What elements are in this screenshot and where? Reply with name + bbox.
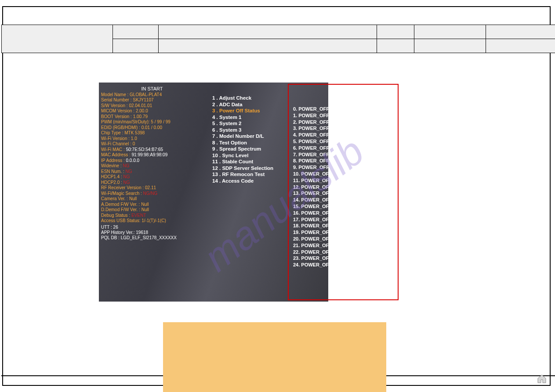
info-row: Chip Type : MTK 5398 (101, 130, 203, 136)
status-item: 2. POWER_OFF_BY_REMOTE_KEY (293, 119, 377, 126)
status-item: 0. POWER_OFF_BY_REMOTE_KEY (293, 106, 377, 112)
menu-item[interactable]: 1 . Adjust Check (212, 95, 300, 101)
info-row: BOOT Version : 1.00.79 (101, 114, 203, 120)
header-cell (486, 39, 555, 53)
status-list: 0. POWER_OFF_BY_REMOTE_KEY1. POWER_OFF_B… (293, 106, 377, 268)
home-icon[interactable] (537, 374, 547, 384)
info-row: HDCP1.4 : NG (101, 174, 203, 180)
header-cell (2, 25, 113, 53)
status-item: 10. POWER_OFF_BY_REMOTE_KEY (293, 171, 377, 177)
info-row: Serial Number : SKJY1107 (101, 97, 203, 103)
header-cell (158, 39, 377, 53)
info-row: HDCP2.0 : NG (101, 180, 203, 186)
status-item: 15. POWER_OFF_BY_ACDET (293, 203, 377, 210)
menu-item[interactable]: 8 . Test Option (212, 140, 300, 146)
menu-item[interactable]: 9 . Spread Spectrum (212, 146, 300, 152)
status-item: 3. POWER_OFF_BY_REMOTE_KEY (293, 125, 377, 132)
info-row: MICOM Version : 2.00.0 (101, 108, 203, 114)
status-item: 24. POWER_OFF_BY_ACDET (293, 262, 377, 268)
info-title: IN START (101, 86, 203, 92)
info-row: Camera Ver. : Null (101, 196, 203, 202)
info-footer: UTT : 26APP History Ver.: 19618PQL DB : … (101, 225, 203, 241)
info-row: IP Address : 0.0.0.0 (101, 158, 203, 164)
status-item: 6. POWER_OFF_BY_RESET (293, 145, 377, 151)
header-cell (414, 39, 486, 53)
note-box (163, 322, 386, 392)
header-cell (112, 39, 158, 53)
info-row: ESN Num. : NG (101, 169, 203, 175)
status-item: 16. POWER_OFF_BY_ACDET (293, 210, 377, 216)
status-item: 4. POWER_OFF_BY_REMOTE_KEY (293, 132, 377, 138)
menu-item[interactable]: 3 . Power Off Status (212, 108, 300, 114)
info-row: Wi-Fi/Magic Search : NG/NG (101, 191, 203, 197)
info-column: IN START Model Name : GLOBAL-PLAT4Serial… (101, 86, 203, 241)
status-item: 8. POWER_OFF_BY_INSTOP_KEY (293, 158, 377, 164)
info-row: MAC Address : 91:99:98:A9:98:09 (101, 152, 203, 158)
menu-item[interactable]: 6 . System 3 (212, 127, 300, 133)
status-item: 12. POWER_OFF_BY_ACDET (293, 184, 377, 191)
tv-screenshot: IN START Model Name : GLOBAL-PLAT4Serial… (99, 83, 328, 302)
status-title: Power Off Status (352, 93, 394, 99)
info-row: Wi-Fi MAC : 50:7E:5D:54:B7:65 (101, 147, 203, 153)
status-item: 13. POWER_OFF_BY_ACDET (293, 190, 377, 197)
info-row: Wi-Fi Channel : 0 (101, 141, 203, 147)
header-cell (112, 25, 158, 39)
status-item: 14. POWER_OFF_BY_ACDET (293, 197, 377, 203)
header-cell (158, 25, 377, 39)
header-table (1, 25, 555, 53)
status-item: 17. POWER_OFF_BY_ACDET (293, 216, 377, 223)
status-item: 20. POWER_OFF_BY_ACDET (293, 236, 377, 242)
menu-item[interactable]: 14 . Access Code (212, 178, 300, 184)
info-row: PWM (min/max/StrDuty): 5 / 99 / 99 (101, 119, 203, 125)
status-item: 11. POWER_OFF_BY_ACDET (293, 177, 377, 184)
menu-column: 1 . Adjust Check2 . ADC Data3 . Power Of… (212, 95, 300, 184)
status-item: 22. POWER_OFF_BY_ACDET (293, 249, 377, 255)
menu-item[interactable]: 5 . System 2 (212, 120, 300, 127)
menu-item[interactable]: 4 . System 1 (212, 114, 300, 121)
menu-item[interactable]: 2 . ADC Data (212, 101, 300, 108)
info-row: Access USB Status: 1/-1(T)/-1(C) (101, 218, 203, 224)
info-row: Wi-Fi Version : 1.0 (101, 136, 203, 142)
status-item: 18. POWER_OFF_BY_ACDET (293, 223, 377, 229)
info-row: S/W Version : 02.04.01.01 (101, 103, 203, 109)
menu-item[interactable]: 13 . RF Remocon Test (212, 171, 300, 178)
status-item: 7. POWER_OFF_BY_REMOTE_KEY (293, 151, 377, 158)
status-item: 21. POWER_OFF_BY_ACDET (293, 242, 377, 249)
status-item: 9. POWER_OFF_BY_REMOTE_KEY (293, 164, 377, 171)
info-row: EDID (RGB/HDMI) : 0.01 / 0.00 (101, 125, 203, 131)
menu-item[interactable]: 11 . Stable Count (212, 158, 300, 165)
status-item: 23. POWER_OFF_BY_ACDET (293, 255, 377, 262)
menu-item[interactable]: 10 . Sync Level (212, 152, 300, 159)
power-off-status-panel: Power Off Status 0. POWER_OFF_BY_REMOTE_… (288, 84, 399, 300)
menu-item[interactable]: 7 . Model Number D/L (212, 133, 300, 140)
header-cell (377, 25, 414, 39)
header-cell (486, 25, 555, 39)
status-item: 19. POWER_OFF_BY_ACDET (293, 229, 377, 236)
status-item: 1. POWER_OFF_BY_REMOTE_KEY (293, 112, 377, 119)
info-row: Model Name : GLOBAL-PLAT4 (101, 92, 203, 98)
info-footer-line: PQL DB : LGD_ELF_SI2178_XXXXXX (101, 235, 203, 241)
header-cell (414, 25, 486, 39)
menu-item[interactable]: 12 . SDP Server Selection (212, 165, 300, 172)
info-row: D.Demod F/W Ver. : Null (101, 207, 203, 213)
header-cell (377, 39, 414, 53)
info-footer-line: APP History Ver.: 19618 (101, 230, 203, 235)
info-row: Widevine : NG (101, 163, 203, 169)
info-footer-line: UTT : 26 (101, 225, 203, 230)
info-row: A.Demod F/W Ver. : Null (101, 202, 203, 208)
info-row: RF Receiver Version : 02.11 (101, 185, 203, 191)
status-item: 5. POWER_OFF_BY_REMOTE_KEY (293, 138, 377, 145)
info-row: Debug Status : EVENT (101, 213, 203, 219)
